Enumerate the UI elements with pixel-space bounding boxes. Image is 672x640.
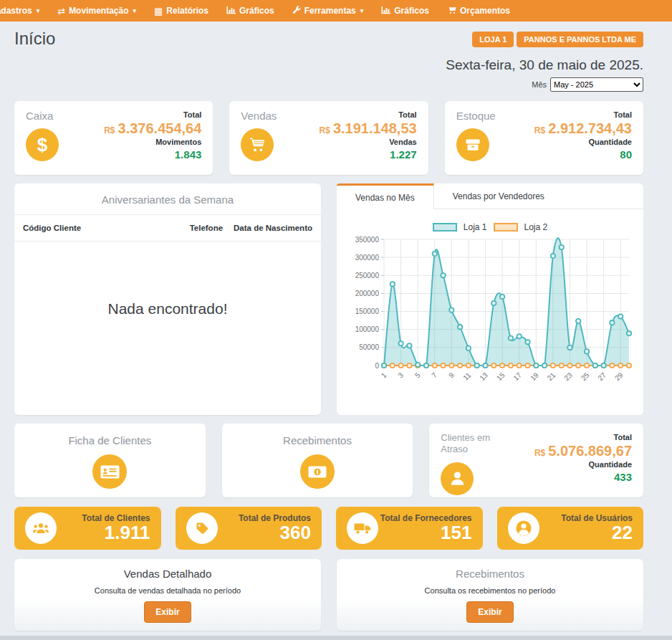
svg-text:250000: 250000: [355, 272, 380, 280]
nav-label: Cadastros: [0, 6, 32, 16]
card-title: Estoque: [456, 110, 496, 122]
tab-vendas-no-mes[interactable]: Vendas no Mês: [337, 183, 434, 209]
caixa-card: Caixa $ Total R$3.376.454,64 Movimentos …: [14, 101, 213, 175]
count-value: 1.843: [175, 148, 202, 161]
card-title: Ficha de Clientes: [68, 434, 151, 446]
column-telefone: Telefone: [190, 224, 223, 232]
svg-text:50000: 50000: [359, 343, 379, 351]
exibir-button[interactable]: Exibir: [144, 601, 191, 623]
svg-text:0: 0: [375, 362, 379, 370]
svg-text:15: 15: [495, 371, 507, 382]
chevron-down-icon: ▾: [133, 7, 136, 14]
card-title: Vendas: [241, 110, 277, 122]
svg-text:350000: 350000: [355, 236, 380, 244]
svg-text:300000: 300000: [355, 254, 380, 262]
tabbar-filler: [563, 183, 643, 209]
nav-item-graficos-1[interactable]: Gráficos: [226, 6, 274, 16]
panel-title: Recebimentos: [456, 568, 524, 580]
recebimentos-panel: Recebimentos Consulta os recebimentos no…: [337, 559, 643, 631]
sales-tabbar: Vendas no Mês Vendas por Vendedores: [337, 183, 643, 209]
nav-label: Relatórios: [166, 6, 208, 16]
nav-label: Gráficos: [239, 6, 274, 16]
sales-area-chart: 0500001000001500002000002500003000003500…: [347, 232, 633, 398]
tag-icon: [186, 512, 218, 544]
svg-text:100000: 100000: [355, 325, 380, 333]
nav-item-cadastros[interactable]: Cadastros ▾: [0, 6, 39, 16]
svg-text:25: 25: [580, 371, 591, 382]
sales-chart-panel: Loja 1 Loja 2 05000010000015000020000025…: [337, 209, 643, 415]
total-label: Total: [398, 110, 416, 119]
total-value: R$3.376.454,64: [104, 121, 201, 135]
user-circle-icon: [508, 512, 539, 544]
current-date: Sexta-feira, 30 de maio de 2025.: [14, 57, 643, 73]
person-icon: [441, 462, 474, 495]
total-value: R$2.912.734,43: [534, 121, 632, 135]
month-select[interactable]: May - 2025: [550, 77, 643, 92]
vendas-detalhado-panel: Vendas Detalhado Consulta de vendas deta…: [14, 559, 321, 631]
empty-message: Nada encontrado!: [14, 242, 321, 415]
card-title: Clientes em Atraso: [441, 432, 507, 456]
count-label: Quantidade: [589, 460, 633, 469]
bottom-strip: [0, 636, 672, 640]
table-icon: ▦: [154, 6, 163, 16]
chart-legend: Loja 1 Loja 2: [347, 222, 633, 232]
bar-chart-icon: [226, 6, 236, 16]
svg-text:5: 5: [413, 371, 422, 379]
dollar-icon: $: [26, 128, 59, 161]
nav-item-ferramentas[interactable]: Ferramentas ▾: [292, 6, 364, 16]
column-data-nascimento: Data de Nascimento: [234, 224, 312, 232]
chevron-down-icon: ▾: [360, 7, 364, 14]
panel-title: Vendas Detalhado: [124, 568, 212, 580]
legend-swatch-loja2: [494, 223, 518, 231]
nav-item-orcamentos[interactable]: Orçamentos: [447, 6, 510, 16]
box-icon: [456, 128, 489, 161]
company-badge[interactable]: PANNOS E PANNOS LTDA ME: [517, 32, 643, 47]
svg-text:150000: 150000: [355, 307, 380, 315]
total-value: R$5.076.869,67: [534, 444, 632, 458]
svg-text:200000: 200000: [355, 290, 380, 297]
clientes-em-atraso-card: Clientes em Atraso Total R$5.076.869,67 …: [429, 424, 643, 497]
nav-item-graficos-2[interactable]: Gráficos: [381, 6, 429, 16]
birthdays-title: Aniversariantes da Semana: [14, 183, 321, 215]
count-value: 1.227: [390, 148, 417, 161]
svg-text:7: 7: [430, 371, 438, 379]
card-title: Recebimentos: [283, 434, 352, 446]
month-label: Mês: [532, 80, 547, 89]
count-label: Vendas: [389, 138, 417, 146]
total-label: Total: [614, 433, 632, 441]
total-produtos-card: Total de Produtos 360: [176, 507, 322, 550]
card-title: Caixa: [26, 110, 59, 122]
panel-description: Consulta os recebimentos no período: [425, 586, 556, 595]
store-badge[interactable]: LOJA 1: [472, 32, 514, 47]
vendas-card: Vendas Total R$3.191.148,53 Vendas 1.227: [229, 101, 428, 175]
tab-vendas-por-vendedores[interactable]: Vendas por Vendedores: [434, 183, 563, 209]
total-usuarios-card: Total de Usuários 22: [497, 507, 644, 550]
cart-icon: [241, 128, 274, 161]
svg-text:19: 19: [529, 371, 540, 382]
wrench-icon: [292, 6, 301, 16]
bar-chart-icon: [381, 6, 390, 16]
svg-text:11: 11: [461, 371, 472, 381]
store-badges: LOJA 1 PANNOS E PANNOS LTDA ME: [472, 32, 643, 47]
nav-item-movimentacao[interactable]: ⇄ Movimentação ▾: [57, 6, 136, 16]
stat-value: 1.911: [105, 523, 150, 543]
ficha-de-clientes-card[interactable]: Ficha de Clientes: [14, 424, 206, 497]
legend-label-loja1: Loja 1: [464, 222, 487, 232]
svg-text:27: 27: [596, 371, 608, 382]
svg-text:17: 17: [512, 371, 523, 382]
stat-value: 22: [612, 523, 633, 543]
truck-icon: [347, 512, 378, 544]
nav-label: Gráficos: [394, 6, 429, 16]
recebimentos-card[interactable]: Recebimentos: [222, 424, 413, 497]
panel-description: Consulta de vendas detalhada no período: [95, 586, 241, 595]
exibir-button[interactable]: Exibir: [466, 601, 513, 623]
total-clientes-card: Total de Clientes 1.911: [14, 507, 161, 550]
estoque-card: Estoque Total R$2.912.734,43 Quantidade …: [445, 101, 643, 175]
total-label: Total: [183, 110, 201, 119]
nav-item-relatorios[interactable]: ▦ Relatórios: [154, 6, 208, 16]
svg-text:1: 1: [380, 371, 388, 379]
stat-value: 151: [441, 523, 471, 543]
cart-icon: [447, 6, 456, 16]
chevron-down-icon: ▾: [37, 7, 40, 14]
id-card-icon: [92, 454, 127, 489]
